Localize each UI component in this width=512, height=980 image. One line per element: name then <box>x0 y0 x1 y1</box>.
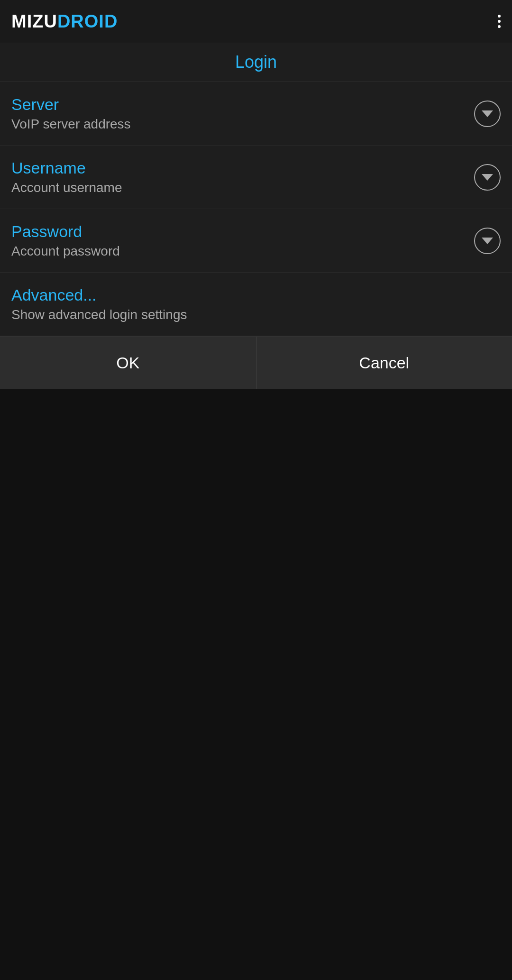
server-sublabel: VoIP server address <box>11 117 466 132</box>
background-filler <box>0 389 512 980</box>
app-title-mizu: MIZU <box>11 11 57 31</box>
password-chevron-down-icon <box>482 238 493 244</box>
username-sublabel: Account username <box>11 180 466 195</box>
username-dropdown-icon[interactable] <box>474 164 501 191</box>
advanced-label: Advanced... <box>11 286 501 304</box>
server-chevron-down-icon <box>482 110 493 117</box>
username-row[interactable]: Username Account username <box>0 146 512 209</box>
password-content: Password Account password <box>11 222 466 259</box>
ok-button[interactable]: OK <box>0 337 256 389</box>
password-label: Password <box>11 222 466 241</box>
more-dot-1 <box>498 15 501 18</box>
dialog-title-bar: Login <box>0 43 512 82</box>
server-row[interactable]: Server VoIP server address <box>0 82 512 146</box>
advanced-row[interactable]: Advanced... Show advanced login settings <box>0 273 512 336</box>
dialog-title: Login <box>235 52 277 72</box>
password-row[interactable]: Password Account password <box>0 209 512 273</box>
login-dialog: Login Server VoIP server address Usernam… <box>0 43 512 389</box>
button-row: OK Cancel <box>0 336 512 389</box>
cancel-button[interactable]: Cancel <box>256 337 512 389</box>
password-sublabel: Account password <box>11 244 466 259</box>
username-chevron-down-icon <box>482 174 493 181</box>
app-title: MIZUDROID <box>11 11 118 32</box>
server-dropdown-icon[interactable] <box>474 101 501 127</box>
more-menu-button[interactable] <box>498 15 501 28</box>
password-dropdown-icon[interactable] <box>474 228 501 254</box>
username-label: Username <box>11 159 466 177</box>
advanced-sublabel: Show advanced login settings <box>11 307 501 322</box>
server-content: Server VoIP server address <box>11 95 466 132</box>
app-bar: MIZUDROID <box>0 0 512 43</box>
username-content: Username Account username <box>11 159 466 195</box>
server-label: Server <box>11 95 466 114</box>
app-title-droid: DROID <box>57 11 118 31</box>
more-dot-3 <box>498 25 501 28</box>
more-dot-2 <box>498 20 501 23</box>
